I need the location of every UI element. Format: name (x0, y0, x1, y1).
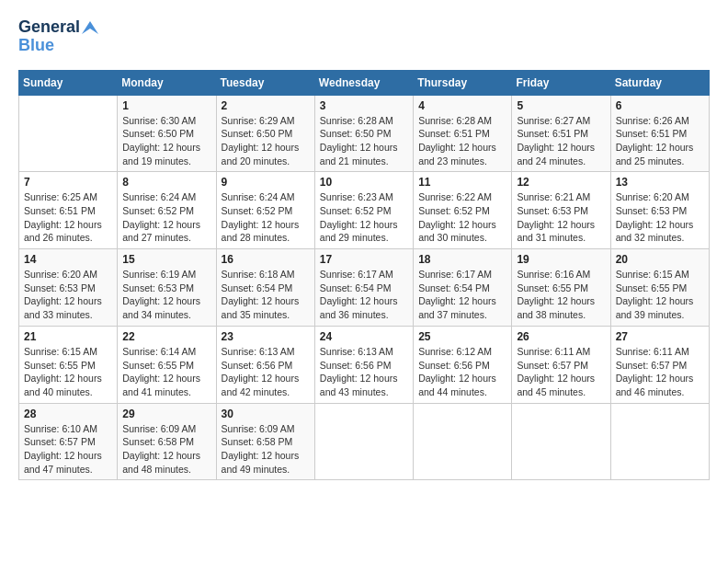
calendar-cell: 24Sunrise: 6:13 AM Sunset: 6:56 PM Dayli… (314, 326, 413, 403)
day-number: 6 (616, 99, 704, 112)
day-info: Sunrise: 6:14 AM Sunset: 6:55 PM Dayligh… (122, 345, 210, 399)
calendar-cell: 9Sunrise: 6:24 AM Sunset: 6:52 PM Daylig… (216, 172, 314, 249)
calendar-week-row: 28Sunrise: 6:10 AM Sunset: 6:57 PM Dayli… (19, 403, 710, 480)
day-info: Sunrise: 6:20 AM Sunset: 6:53 PM Dayligh… (24, 268, 112, 322)
calendar-cell: 3Sunrise: 6:28 AM Sunset: 6:50 PM Daylig… (314, 95, 413, 172)
day-info: Sunrise: 6:13 AM Sunset: 6:56 PM Dayligh… (320, 345, 408, 399)
day-info: Sunrise: 6:15 AM Sunset: 6:55 PM Dayligh… (24, 345, 112, 399)
calendar-cell (19, 95, 118, 172)
day-info: Sunrise: 6:28 AM Sunset: 6:51 PM Dayligh… (418, 114, 506, 168)
day-header-wednesday: Wednesday (314, 70, 413, 95)
day-number: 8 (122, 176, 210, 189)
calendar-cell: 10Sunrise: 6:23 AM Sunset: 6:52 PM Dayli… (314, 172, 413, 249)
day-number: 25 (418, 330, 506, 343)
day-info: Sunrise: 6:30 AM Sunset: 6:50 PM Dayligh… (122, 114, 210, 168)
day-number: 10 (320, 176, 408, 189)
calendar-week-row: 21Sunrise: 6:15 AM Sunset: 6:55 PM Dayli… (19, 326, 710, 403)
calendar-cell: 8Sunrise: 6:24 AM Sunset: 6:52 PM Daylig… (118, 172, 216, 249)
calendar-cell: 11Sunrise: 6:22 AM Sunset: 6:52 PM Dayli… (414, 172, 512, 249)
logo-blue-text: Blue (18, 37, 100, 55)
day-info: Sunrise: 6:26 AM Sunset: 6:51 PM Dayligh… (616, 114, 704, 168)
day-info: Sunrise: 6:16 AM Sunset: 6:55 PM Dayligh… (517, 268, 605, 322)
day-number: 18 (418, 253, 506, 266)
calendar-cell: 27Sunrise: 6:11 AM Sunset: 6:57 PM Dayli… (610, 326, 709, 403)
day-number: 5 (517, 99, 605, 112)
day-info: Sunrise: 6:12 AM Sunset: 6:56 PM Dayligh… (418, 345, 506, 399)
calendar-cell: 15Sunrise: 6:19 AM Sunset: 6:53 PM Dayli… (118, 249, 216, 327)
svg-marker-0 (82, 21, 98, 34)
day-number: 29 (122, 408, 210, 420)
day-info: Sunrise: 6:17 AM Sunset: 6:54 PM Dayligh… (418, 268, 506, 322)
day-header-tuesday: Tuesday (216, 70, 314, 95)
day-info: Sunrise: 6:18 AM Sunset: 6:54 PM Dayligh… (222, 268, 310, 322)
calendar-cell (512, 403, 610, 480)
day-info: Sunrise: 6:09 AM Sunset: 6:58 PM Dayligh… (222, 422, 310, 477)
day-header-monday: Monday (118, 70, 216, 95)
calendar-cell (414, 403, 512, 480)
day-number: 2 (222, 99, 310, 112)
day-info: Sunrise: 6:24 AM Sunset: 6:52 PM Dayligh… (222, 190, 310, 245)
day-header-sunday: Sunday (19, 70, 118, 95)
calendar-cell: 26Sunrise: 6:11 AM Sunset: 6:57 PM Dayli… (512, 326, 610, 403)
calendar-cell: 22Sunrise: 6:14 AM Sunset: 6:55 PM Dayli… (118, 326, 216, 403)
day-info: Sunrise: 6:22 AM Sunset: 6:52 PM Dayligh… (418, 190, 506, 245)
day-info: Sunrise: 6:29 AM Sunset: 6:50 PM Dayligh… (222, 114, 310, 168)
calendar-cell: 16Sunrise: 6:18 AM Sunset: 6:54 PM Dayli… (216, 249, 314, 327)
day-number: 9 (222, 176, 310, 189)
day-number: 13 (616, 176, 704, 189)
day-number: 15 (122, 253, 210, 266)
calendar-cell: 18Sunrise: 6:17 AM Sunset: 6:54 PM Dayli… (414, 249, 512, 327)
day-number: 28 (24, 408, 112, 420)
day-info: Sunrise: 6:11 AM Sunset: 6:57 PM Dayligh… (517, 345, 605, 399)
day-info: Sunrise: 6:25 AM Sunset: 6:51 PM Dayligh… (24, 190, 112, 245)
calendar-cell: 12Sunrise: 6:21 AM Sunset: 6:53 PM Dayli… (512, 172, 610, 249)
day-header-friday: Friday (512, 70, 610, 95)
day-info: Sunrise: 6:20 AM Sunset: 6:53 PM Dayligh… (616, 190, 704, 245)
calendar-cell: 14Sunrise: 6:20 AM Sunset: 6:53 PM Dayli… (19, 249, 118, 327)
calendar-cell: 20Sunrise: 6:15 AM Sunset: 6:55 PM Dayli… (610, 249, 709, 327)
day-info: Sunrise: 6:21 AM Sunset: 6:53 PM Dayligh… (517, 190, 605, 245)
calendar-cell: 17Sunrise: 6:17 AM Sunset: 6:54 PM Dayli… (314, 249, 413, 327)
calendar-cell: 7Sunrise: 6:25 AM Sunset: 6:51 PM Daylig… (19, 172, 118, 249)
day-info: Sunrise: 6:23 AM Sunset: 6:52 PM Dayligh… (320, 190, 408, 245)
calendar-cell: 1Sunrise: 6:30 AM Sunset: 6:50 PM Daylig… (118, 95, 216, 172)
day-header-thursday: Thursday (414, 70, 512, 95)
calendar-cell: 19Sunrise: 6:16 AM Sunset: 6:55 PM Dayli… (512, 249, 610, 327)
day-number: 19 (517, 253, 605, 266)
day-number: 27 (616, 330, 704, 343)
day-number: 24 (320, 330, 408, 343)
day-number: 4 (418, 99, 506, 112)
logo: General Blue (18, 18, 100, 55)
calendar-cell: 2Sunrise: 6:29 AM Sunset: 6:50 PM Daylig… (216, 95, 314, 172)
calendar-cell: 21Sunrise: 6:15 AM Sunset: 6:55 PM Dayli… (19, 326, 118, 403)
day-number: 21 (24, 330, 112, 343)
day-number: 11 (418, 176, 506, 189)
day-info: Sunrise: 6:11 AM Sunset: 6:57 PM Dayligh… (616, 345, 704, 399)
day-number: 3 (320, 99, 408, 112)
day-info: Sunrise: 6:17 AM Sunset: 6:54 PM Dayligh… (320, 268, 408, 322)
page-header: General Blue (18, 18, 710, 55)
calendar-week-row: 1Sunrise: 6:30 AM Sunset: 6:50 PM Daylig… (19, 95, 710, 172)
day-number: 23 (222, 330, 310, 343)
calendar-week-row: 14Sunrise: 6:20 AM Sunset: 6:53 PM Dayli… (19, 249, 710, 327)
day-number: 1 (122, 99, 210, 112)
calendar-cell: 23Sunrise: 6:13 AM Sunset: 6:56 PM Dayli… (216, 326, 314, 403)
day-header-saturday: Saturday (610, 70, 709, 95)
day-number: 30 (222, 408, 310, 420)
day-info: Sunrise: 6:13 AM Sunset: 6:56 PM Dayligh… (222, 345, 310, 399)
day-number: 17 (320, 253, 408, 266)
calendar-cell: 28Sunrise: 6:10 AM Sunset: 6:57 PM Dayli… (19, 403, 118, 480)
calendar-cell: 5Sunrise: 6:27 AM Sunset: 6:51 PM Daylig… (512, 95, 610, 172)
calendar-cell: 25Sunrise: 6:12 AM Sunset: 6:56 PM Dayli… (414, 326, 512, 403)
logo-bird-icon (82, 21, 98, 34)
day-number: 20 (616, 253, 704, 266)
calendar-table: SundayMondayTuesdayWednesdayThursdayFrid… (18, 70, 710, 481)
calendar-cell (314, 403, 413, 480)
calendar-cell: 30Sunrise: 6:09 AM Sunset: 6:58 PM Dayli… (216, 403, 314, 480)
day-number: 16 (222, 253, 310, 266)
logo-text: General (18, 18, 100, 37)
day-number: 7 (24, 176, 112, 189)
day-info: Sunrise: 6:27 AM Sunset: 6:51 PM Dayligh… (517, 114, 605, 168)
calendar-cell: 4Sunrise: 6:28 AM Sunset: 6:51 PM Daylig… (414, 95, 512, 172)
calendar-week-row: 7Sunrise: 6:25 AM Sunset: 6:51 PM Daylig… (19, 172, 710, 249)
